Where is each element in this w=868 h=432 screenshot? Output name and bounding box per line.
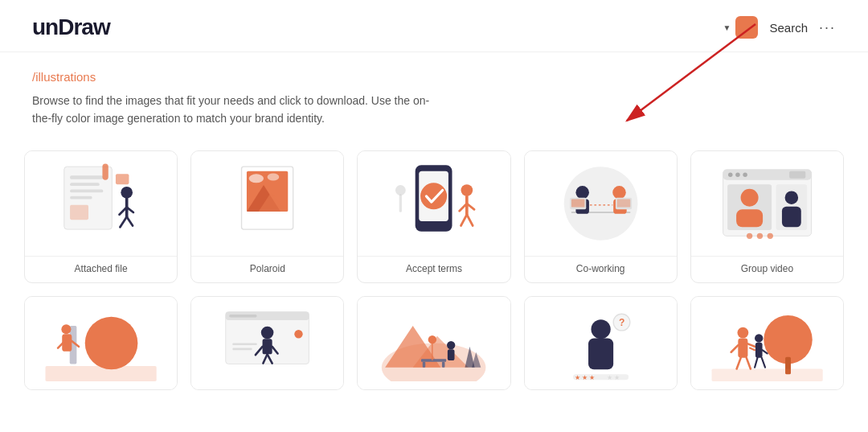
illustration-image-accept-terms	[358, 151, 510, 256]
svg-rect-86	[442, 362, 444, 368]
illustration-card-adventure[interactable]	[357, 296, 510, 390]
color-dropdown-icon[interactable]: ▼	[723, 23, 731, 32]
svg-point-91	[591, 319, 610, 339]
svg-point-98	[764, 315, 812, 364]
illustration-card-couple-tree[interactable]	[690, 296, 844, 390]
svg-rect-56	[782, 206, 801, 227]
svg-rect-5	[70, 189, 103, 192]
svg-point-36	[575, 186, 589, 200]
illustration-image-co-working	[525, 151, 677, 256]
hero-section: /illustrations Browse to find the images…	[0, 52, 868, 142]
svg-line-30	[461, 215, 467, 226]
svg-rect-101	[738, 338, 747, 357]
svg-rect-22	[247, 212, 288, 226]
more-menu-button[interactable]: ···	[819, 19, 836, 36]
svg-line-14	[127, 216, 133, 225]
svg-text:★ ★ ★: ★ ★ ★	[574, 374, 594, 381]
illustration-image-nature-climb	[25, 297, 177, 389]
search-button[interactable]: Search	[769, 21, 808, 35]
svg-point-58	[757, 232, 763, 238]
svg-rect-77	[233, 343, 257, 345]
svg-point-55	[784, 191, 798, 204]
illustration-card-accept-terms[interactable]: Accept terms	[357, 150, 510, 283]
svg-rect-50	[789, 171, 805, 178]
illustration-image-polaroid	[191, 151, 343, 256]
grid-row-1: Attached file Polaroid	[24, 150, 844, 283]
svg-rect-85	[423, 362, 425, 368]
color-picker-wrapper: ▼	[723, 16, 759, 39]
illustration-image-fashion-walk	[191, 297, 343, 389]
svg-rect-53	[736, 209, 763, 227]
illustration-card-attached-file[interactable]: Attached file	[24, 150, 178, 283]
svg-point-100	[737, 327, 748, 338]
logo: unDraw	[32, 14, 110, 40]
svg-line-104	[736, 357, 740, 368]
svg-line-103	[747, 344, 755, 346]
svg-point-32	[395, 185, 406, 195]
illustration-image-group-video	[691, 151, 843, 256]
illustration-label-group-video: Group video	[691, 256, 843, 282]
illustration-card-fashion-walk[interactable]	[190, 296, 344, 390]
svg-point-70	[261, 327, 274, 339]
illustration-card-nature-climb[interactable]	[24, 296, 178, 390]
svg-point-90	[428, 335, 436, 344]
illustration-card-co-working[interactable]: Co-working	[524, 150, 678, 283]
svg-rect-71	[263, 339, 272, 354]
svg-point-76	[294, 330, 302, 338]
svg-point-25	[421, 183, 448, 209]
svg-point-9	[121, 187, 133, 199]
svg-point-59	[767, 232, 772, 238]
illustration-image-feedback: ? ★ ★ ★ ★ ★	[525, 297, 677, 389]
illustration-image-attached-file	[25, 151, 177, 256]
svg-line-108	[750, 348, 755, 350]
svg-point-49	[743, 172, 747, 177]
hero-description: Browse to find the images that fit your …	[32, 92, 434, 128]
svg-rect-69	[229, 315, 257, 317]
svg-rect-66	[46, 366, 157, 381]
svg-point-87	[447, 341, 455, 349]
svg-point-40	[612, 186, 626, 200]
svg-line-110	[755, 357, 757, 367]
illustration-label-polaroid: Polaroid	[191, 256, 343, 282]
illustration-card-polaroid[interactable]: Polaroid	[190, 150, 344, 283]
svg-text:?: ?	[619, 317, 624, 328]
svg-rect-112	[711, 368, 822, 381]
svg-rect-7	[70, 205, 88, 220]
svg-rect-107	[755, 342, 763, 357]
svg-rect-78	[233, 348, 252, 350]
svg-text:★ ★: ★ ★	[606, 374, 619, 381]
svg-point-106	[755, 334, 763, 342]
svg-rect-6	[70, 196, 92, 200]
svg-point-62	[61, 324, 71, 334]
svg-rect-4	[70, 183, 100, 186]
svg-rect-84	[421, 359, 446, 361]
illustration-card-feedback[interactable]: ? ★ ★ ★ ★ ★	[524, 296, 678, 390]
illustrations-grid: Attached file Polaroid	[0, 142, 868, 390]
illustration-image-couple-tree	[691, 297, 843, 389]
illustration-card-group-video[interactable]: Group video	[690, 150, 844, 283]
svg-point-48	[735, 172, 740, 177]
svg-rect-15	[116, 174, 129, 184]
svg-line-111	[762, 357, 765, 367]
illustration-label-attached-file: Attached file	[25, 256, 177, 282]
svg-point-60	[85, 316, 138, 369]
illustration-label-co-working: Co-working	[525, 256, 677, 282]
illustrations-link[interactable]: /illustrations	[32, 70, 836, 84]
svg-line-105	[747, 357, 751, 368]
illustration-image-adventure	[358, 297, 510, 389]
illustration-label-accept-terms: Accept terms	[358, 256, 510, 282]
color-swatch[interactable]	[735, 16, 758, 39]
svg-point-57	[747, 232, 752, 238]
svg-line-31	[467, 215, 473, 226]
svg-point-47	[728, 172, 733, 177]
svg-point-26	[461, 184, 473, 196]
svg-rect-8	[102, 163, 108, 179]
svg-point-21	[268, 173, 280, 180]
svg-rect-3	[70, 175, 103, 179]
svg-rect-88	[448, 349, 455, 360]
svg-line-102	[731, 345, 739, 352]
svg-point-20	[249, 174, 264, 183]
svg-point-52	[740, 188, 758, 206]
header: unDraw ▼ Search ···	[0, 0, 868, 52]
grid-row-2: ? ★ ★ ★ ★ ★	[24, 296, 844, 390]
